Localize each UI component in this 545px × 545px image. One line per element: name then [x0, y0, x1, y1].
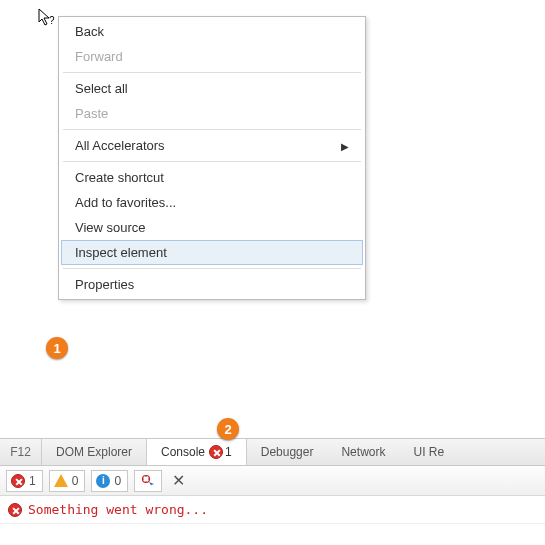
warning-icon	[54, 474, 68, 487]
console-toolbar: 1 0 i 0 ✕	[0, 466, 545, 496]
annotation-callout-1: 1	[46, 337, 68, 359]
count: 0	[114, 474, 121, 488]
devtools-tab-strip: F12 DOM Explorer Console 1 Debugger Netw…	[0, 438, 545, 466]
menu-inspect-element[interactable]: Inspect element	[61, 240, 363, 265]
count: 0	[72, 474, 79, 488]
error-icon	[8, 503, 22, 517]
tab-network[interactable]: Network	[327, 439, 399, 465]
menu-view-source[interactable]: View source	[61, 215, 363, 240]
tab-console[interactable]: Console 1	[146, 439, 247, 465]
tab-dom-explorer[interactable]: DOM Explorer	[42, 439, 146, 465]
menu-separator	[63, 268, 361, 269]
tab-error-count: 1	[225, 445, 232, 459]
console-log-row: Something went wrong...	[0, 496, 545, 524]
filter-warnings-button[interactable]: 0	[49, 470, 86, 492]
menu-forward: Forward	[61, 44, 363, 69]
help-cursor-icon: ?	[38, 8, 56, 32]
error-icon	[11, 474, 25, 488]
tab-error-badge: 1	[209, 445, 232, 459]
menu-separator	[63, 161, 361, 162]
menu-back[interactable]: Back	[61, 19, 363, 44]
filter-errors-button[interactable]: 1	[6, 470, 43, 492]
menu-create-shortcut[interactable]: Create shortcut	[61, 165, 363, 190]
tab-debugger[interactable]: Debugger	[247, 439, 328, 465]
menu-properties[interactable]: Properties	[61, 272, 363, 297]
tab-label: Console	[161, 445, 205, 459]
f12-label: F12	[0, 439, 42, 465]
menu-add-to-favorites[interactable]: Add to favorites...	[61, 190, 363, 215]
target-selector-button[interactable]	[134, 470, 162, 492]
devtools-panel: F12 DOM Explorer Console 1 Debugger Netw…	[0, 438, 545, 524]
console-log-message: Something went wrong...	[28, 502, 208, 517]
info-icon: i	[96, 474, 110, 488]
count: 1	[29, 474, 36, 488]
menu-separator	[63, 129, 361, 130]
menu-item-label: All Accelerators	[75, 138, 165, 153]
menu-paste: Paste	[61, 101, 363, 126]
menu-all-accelerators[interactable]: All Accelerators ▶	[61, 133, 363, 158]
annotation-callout-2: 2	[217, 418, 239, 440]
menu-select-all[interactable]: Select all	[61, 76, 363, 101]
clear-console-button[interactable]: ✕	[172, 471, 185, 490]
menu-separator	[63, 72, 361, 73]
submenu-arrow-icon: ▶	[341, 140, 349, 151]
tab-ui-responsiveness[interactable]: UI Re	[399, 439, 458, 465]
error-icon	[209, 445, 223, 459]
filter-info-button[interactable]: i 0	[91, 470, 128, 492]
context-menu: Back Forward Select all Paste All Accele…	[58, 16, 366, 300]
target-icon	[141, 474, 155, 488]
svg-text:?: ?	[49, 15, 55, 26]
